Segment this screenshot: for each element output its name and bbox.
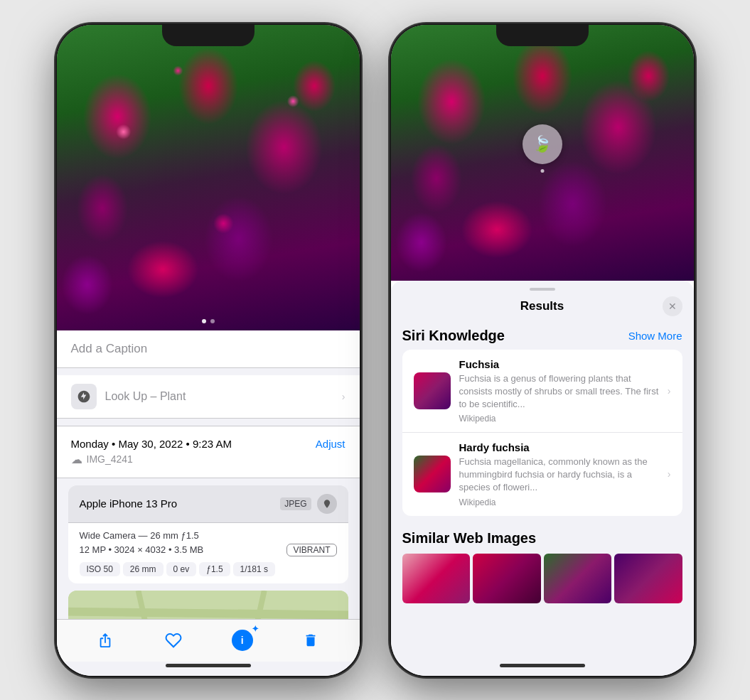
fuchsia-description: Fuchsia is a genus of flowering plants t… — [459, 372, 659, 411]
right-phone-frame: 🍃 Results ✕ Siri Knowledge Show More — [390, 23, 695, 677]
sheet-header: Results ✕ — [391, 291, 694, 319]
jpeg-tag: JPEG — [280, 497, 311, 510]
page-dot-1 — [202, 319, 206, 323]
lookup-row[interactable]: Look Up – Plant › — [57, 375, 360, 419]
home-indicator-left — [166, 664, 251, 667]
page-dot-2 — [210, 319, 215, 323]
results-sheet: Results ✕ Siri Knowledge Show More — [391, 281, 694, 676]
cloud-icon: ☁ — [71, 453, 82, 466]
hardy-content: Hardy fuchsia Fuchsia magellanica, commo… — [459, 441, 659, 507]
sparkle-icon: ✦ — [252, 624, 259, 634]
lookup-text: Look Up – Plant — [105, 390, 186, 403]
bottom-toolbar: i ✦ — [57, 619, 360, 662]
fuchsia-title: Fuchsia — [459, 358, 659, 370]
meta-date: Monday • May 30, 2022 • 9:23 AM — [71, 438, 232, 450]
fuchsia-thumbnail — [414, 372, 451, 409]
fuchsia-source: Wikipedia — [459, 414, 659, 424]
camera-details: Wide Camera — 26 mm ƒ1.5 12 MP • 3024 × … — [68, 523, 348, 583]
siri-leaf-icon: 🍃 — [532, 135, 552, 154]
photo-area[interactable] — [57, 25, 360, 330]
similar-image-2[interactable] — [473, 554, 541, 603]
right-phone: 🍃 Results ✕ Siri Knowledge Show More — [390, 23, 695, 677]
caption-placeholder[interactable]: Add a Caption — [71, 342, 345, 356]
camera-tags: JPEG — [280, 494, 336, 514]
show-more-button[interactable]: Show More — [628, 330, 682, 342]
lookup-icon — [71, 384, 97, 409]
similar-image-4[interactable] — [614, 554, 682, 603]
camera-detail-2: 12 MP • 3024 × 4032 • 3.5 MB VIBRANT — [80, 544, 337, 556]
exif-row: ISO 50 26 mm 0 ev ƒ1.5 1/181 s — [80, 562, 337, 576]
knowledge-item-fuchsia[interactable]: Fuchsia Fuchsia is a genus of flowering … — [402, 350, 682, 434]
exif-aperture: ƒ1.5 — [199, 562, 230, 576]
hardy-thumbnail — [414, 456, 451, 492]
heart-button[interactable] — [158, 625, 189, 656]
fuchsia-chevron: › — [668, 385, 671, 397]
svg-line-2 — [68, 611, 348, 615]
caption-section: Add a Caption — [57, 330, 360, 368]
sheet-title: Results — [520, 299, 564, 313]
fuchsia-thumb-bg — [414, 372, 451, 409]
info-button[interactable]: i ✦ — [227, 625, 258, 656]
filename: IMG_4241 — [87, 453, 133, 465]
left-phone: Add a Caption Look Up – Plant › — [55, 23, 361, 677]
exif-ev: 0 ev — [166, 562, 197, 576]
lookup-chevron: › — [342, 391, 345, 402]
location-icon[interactable] — [317, 494, 337, 514]
share-button[interactable] — [90, 625, 121, 656]
camera-section: Apple iPhone 13 Pro JPEG — [68, 485, 348, 583]
right-screen: 🍃 Results ✕ Siri Knowledge Show More — [391, 25, 694, 676]
exif-focal: 26 mm — [123, 562, 164, 576]
flower-overlay — [57, 25, 360, 330]
page-indicator — [202, 319, 215, 323]
hardy-source: Wikipedia — [459, 497, 659, 507]
fuchsia-content: Fuchsia Fuchsia is a genus of flowering … — [459, 358, 659, 424]
info-circle: i ✦ — [232, 630, 253, 651]
knowledge-card: Fuchsia Fuchsia is a genus of flowering … — [402, 350, 682, 516]
siri-knowledge-title: Siri Knowledge — [402, 328, 505, 344]
similar-title: Similar Web Images — [402, 530, 682, 546]
camera-detail-1: Wide Camera — 26 mm ƒ1.5 — [80, 530, 337, 541]
left-phone-frame: Add a Caption Look Up – Plant › — [55, 23, 361, 677]
exif-shutter: 1/181 s — [233, 562, 275, 576]
similar-section: Similar Web Images — [391, 522, 694, 609]
siri-dot — [540, 169, 544, 173]
right-photo-area: 🍃 — [391, 25, 694, 281]
hardy-chevron: › — [668, 468, 671, 480]
right-notch — [496, 23, 589, 46]
close-button[interactable]: ✕ — [663, 296, 682, 316]
camera-model: Apple iPhone 13 Pro — [80, 497, 178, 510]
notch — [162, 23, 255, 46]
meta-section: Monday • May 30, 2022 • 9:23 AM Adjust ☁… — [57, 426, 360, 478]
adjust-button[interactable]: Adjust — [316, 438, 345, 450]
similar-image-3[interactable] — [544, 554, 612, 603]
siri-bubble[interactable]: 🍃 — [523, 124, 562, 164]
camera-header: Apple iPhone 13 Pro JPEG — [68, 485, 348, 523]
hardy-thumb-bg — [414, 456, 451, 492]
left-screen: Add a Caption Look Up – Plant › — [57, 25, 360, 676]
siri-knowledge-header: Siri Knowledge Show More — [391, 319, 694, 350]
hardy-description: Fuchsia magellanica, commonly known as t… — [459, 456, 659, 495]
hardy-title: Hardy fuchsia — [459, 441, 659, 453]
home-indicator-right — [500, 664, 585, 667]
knowledge-item-hardy[interactable]: Hardy fuchsia Fuchsia magellanica, commo… — [402, 433, 682, 516]
trash-button[interactable] — [295, 625, 326, 656]
exif-iso: ISO 50 — [80, 562, 120, 576]
similar-image-1[interactable] — [402, 554, 471, 603]
vibrant-tag: VIBRANT — [286, 544, 336, 556]
similar-images-row — [402, 554, 682, 603]
